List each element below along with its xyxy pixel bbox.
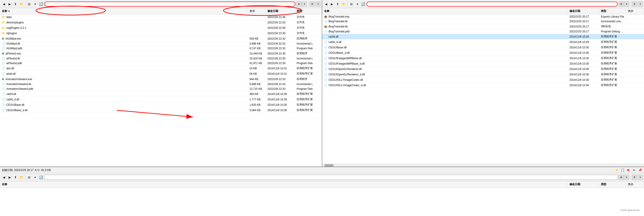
left-file-row[interactable]: 📄 allTestsd.ilk 25,918 KB 2022/2/8 22:30… <box>0 56 322 61</box>
grid-view-button[interactable]: ⊞ <box>27 2 32 7</box>
right-forward-button[interactable]: ▶ <box>330 2 334 7</box>
refresh-button[interactable]: 🔄 <box>38 2 43 7</box>
up-button[interactable]: ⬆ <box>13 2 18 7</box>
right-view-dropdown-2[interactable]: ▾ <box>638 2 643 7</box>
right-file-date: 2022/2/25 20:17 <box>568 15 599 19</box>
left-file-size: 41,971 KB <box>248 61 266 65</box>
bottom-up-button[interactable]: ⬆ <box>13 175 18 180</box>
bottom-address-bar[interactable]: E:\Delta3D\学习记录\博客 <box>44 175 618 180</box>
bottom-col-type[interactable]: 类型 <box>599 182 626 187</box>
left-col-name[interactable]: 名称 ∧ <box>0 9 248 14</box>
bottom-col-name[interactable]: 名称 <box>0 182 568 187</box>
left-file-type: 应用程序 <box>295 51 322 56</box>
view-dropdown-1[interactable]: ▾ <box>302 2 307 7</box>
left-file-row[interactable]: 📄 allTestsd.pdb 41,971 KB 2022/2/8 22:30… <box>0 61 322 66</box>
bottom-col-date[interactable]: 修改日期 <box>568 182 599 187</box>
right-col-name[interactable]: 名称 <box>322 9 568 14</box>
folder-icon: 📁 <box>2 21 5 24</box>
right-grid-view-button[interactable]: ⊞ <box>349 2 354 7</box>
bottom-view-toggle-2[interactable]: ☰ <box>632 175 637 180</box>
bottom-refresh-button[interactable]: 🔄 <box>38 175 43 180</box>
left-address-bar[interactable]: E:\Delta3D\build\bin <box>44 2 296 7</box>
bottom-back-button[interactable]: ◀ <box>1 175 6 180</box>
right-col-type[interactable]: 类型 <box>599 9 626 14</box>
paste-icon[interactable]: 📌 <box>638 168 642 172</box>
right-folder-icon-btn[interactable]: 📁 <box>341 2 346 7</box>
dropdown-button[interactable]: ▾ <box>32 2 38 7</box>
bottom-view-dropdown-2[interactable]: ▾ <box>638 175 643 180</box>
left-file-row[interactable]: 📄 cal3d_d.dll 1,777 KB 2014/11/8 10:29 应… <box>0 97 322 102</box>
bottom-view-toggle-1[interactable]: ⊞ <box>619 175 624 180</box>
right-col-size[interactable]: 大小 <box>626 9 644 14</box>
left-col-size[interactable]: 大小 <box>248 9 266 14</box>
right-view-dropdown-1[interactable]: ▾ <box>624 2 629 7</box>
lightning-icon[interactable]: ⚡ <box>614 168 619 172</box>
right-file-row[interactable]: 📄 CEGUISILLYImageCodec_d.dll 2014/11/8 1… <box>322 83 644 88</box>
forward-button[interactable]: ▶ <box>7 2 12 7</box>
left-file-name: 📄 alut.dll <box>0 67 248 70</box>
view-toggle-2[interactable]: ☰ <box>310 2 314 7</box>
left-file-row[interactable]: 📄 AIUtilityd.ilk 3,996 KB 2022/2/8 22:32… <box>0 41 322 46</box>
right-view-toggle-1[interactable]: ⊞ <box>619 2 624 7</box>
left-file-row[interactable]: 📄 AnimationViewerd.ilk 5,888 KB 2022/2/8… <box>0 82 322 87</box>
left-file-row[interactable]: 📄 cal3d.dll 483 KB 2014/11/8 10:29 应用程序扩… <box>0 91 322 97</box>
left-file-row[interactable]: 📁 data 2022/2/8 22:36 文件夹 <box>0 14 322 20</box>
right-col-date[interactable]: 修改日期 <box>568 9 599 14</box>
right-file-row[interactable]: 📄 BlogTutoriald.ilk 2022/2/25 20:17 Incr… <box>322 19 644 24</box>
left-file-row[interactable]: 📁 osgPlugins-3.2.1 2022/2/8 22:36 文件夹 <box>0 25 322 31</box>
left-file-row[interactable]: 📄 AnimationViewerd.pdb 12,715 KB 2022/2/… <box>0 87 322 91</box>
left-file-name: 📁 stplugins <box>0 32 248 35</box>
bottom-forward-button[interactable]: ▶ <box>7 175 12 180</box>
bottom-dropdown-button[interactable]: ▾ <box>32 175 38 180</box>
left-file-row[interactable]: 📄 CEGUIBase_d.dll 5,064 KB 2014/11/8 10:… <box>0 107 322 113</box>
bottom-col-size[interactable]: 大小 <box>626 182 644 187</box>
right-view-toggle-2[interactable]: ☰ <box>632 2 637 7</box>
right-file-row[interactable]: 📄 CEGUIBase.dll 2014/11/8 10:30 应用程序扩展 <box>322 45 644 50</box>
left-file-row[interactable]: ⚙ allTestsd.exe 10,449 KB 2022/2/8 22:30… <box>0 51 322 56</box>
left-col-date[interactable]: 修改日期 <box>266 9 295 14</box>
bottom-grid-view-button[interactable]: ⊞ <box>27 175 32 180</box>
right-file-row[interactable]: 📦 BlogTutoriald.lib 2022/2/25 20:17 360压… <box>322 24 644 29</box>
left-file-type: Incremental L <box>295 82 322 86</box>
right-file-row[interactable]: 📄 cal3d_d.dll 2014/11/8 10:29 应用程序扩展 <box>322 39 644 45</box>
left-file-row[interactable]: ⚙ AnimationViewerd.exe 944 KB 2022/2/8 2… <box>0 76 322 82</box>
bottom-folder-icon-btn[interactable]: 📁 <box>19 175 24 180</box>
right-file-row[interactable]: 📄 CEGUIFalagardWRBase_d.dll 2014/11/8 10… <box>322 61 644 66</box>
right-file-row[interactable]: 📄 CEGUIOpenGLRenderer_d.dll 2014/11/8 10… <box>322 72 644 77</box>
back-button[interactable]: ◀ <box>1 2 6 7</box>
right-up-button[interactable]: ⬆ <box>335 2 340 7</box>
right-file-type: 应用程序扩展 <box>599 56 626 60</box>
left-file-row[interactable]: 📄 AIUtilityd.pdb 9,747 KB 2022/2/8 22:32… <box>0 46 322 51</box>
copy-icon[interactable]: 📋 <box>620 168 625 172</box>
left-col-type[interactable]: 类型 <box>295 9 322 14</box>
right-dropdown-button[interactable]: ▾ <box>355 2 360 7</box>
left-file-row[interactable]: 📄 CEGUIBase.dll 1,833 KB 2014/11/8 10:30… <box>0 102 322 107</box>
exe-icon: ⚙ <box>2 78 4 81</box>
left-file-date: 2022/2/8 22:33 <box>266 77 295 81</box>
bottom-view-dropdown-1[interactable]: ▾ <box>624 175 629 180</box>
view-toggle-1[interactable]: ⊞ <box>296 2 301 7</box>
right-file-row[interactable]: 📄 CEGUISILLYImageCodec.dll 2014/11/8 10:… <box>322 77 644 83</box>
right-file-row[interactable]: 📄 cal3d.dll 2014/11/8 10:29 应用程序扩展 <box>322 34 644 39</box>
right-address-bar[interactable]: E:\Delta3D\delta3d_demo\bin\Debug <box>366 2 618 7</box>
scissors-icon[interactable]: ✂ <box>632 168 636 172</box>
delete-icon[interactable]: ✖ <box>626 168 630 172</box>
view-dropdown-2[interactable]: ▾ <box>316 2 320 7</box>
left-file-name: 📁 osgPlugins-3.2.1 <box>0 26 248 30</box>
right-back-button[interactable]: ◀ <box>324 2 328 7</box>
right-file-name: 📄 CEGUISILLYImageCodec.dll <box>322 78 568 82</box>
right-file-row[interactable]: 📄 CEGUIOpenGLRenderer.dll 2014/11/8 10:3… <box>322 66 644 72</box>
folder-icon-btn[interactable]: 📁 <box>19 2 24 7</box>
left-file-row[interactable]: 📄 alut.dll 24 KB 2014/11/8 10:31 应用程序扩展 <box>0 66 322 71</box>
right-file-row[interactable]: 📤 BlogTutoriald.exp 2022/2/25 20:17 Expo… <box>322 14 644 19</box>
right-file-row[interactable]: 📄 CEGUIFalagardWRBase.dll 2014/11/8 10:3… <box>322 56 644 61</box>
left-file-row[interactable]: 📄 alutd.dll 56 KB 2014/11/8 10:31 应用程序扩展 <box>0 71 322 76</box>
left-file-row[interactable]: 📁 stplugins 2022/2/8 22:30 文件夹 <box>0 31 322 36</box>
right-pane: ◀ ▶ ⬆ 📁 ⊞ ▾ 🔄 E:\Delta3D\delta3d_demo\bi… <box>322 0 644 166</box>
left-file-row[interactable]: 📁 directorplugins 2022/2/8 22:33 文件夹 <box>0 20 322 25</box>
right-file-row[interactable]: 📄 CEGUIBase_d.dll 2014/11/8 10:30 应用程序扩展 <box>322 50 644 56</box>
left-file-date: 2014/11/8 10:30 <box>266 103 295 107</box>
left-file-row[interactable]: ⚙ AIUtilityd.exe 593 KB 2022/2/8 22:32 应… <box>0 36 322 41</box>
right-file-row[interactable]: 📄 BlogTutoriald.pdb 2022/2/25 20:17 Prog… <box>322 29 644 34</box>
right-refresh-button[interactable]: 🔄 <box>360 2 366 7</box>
